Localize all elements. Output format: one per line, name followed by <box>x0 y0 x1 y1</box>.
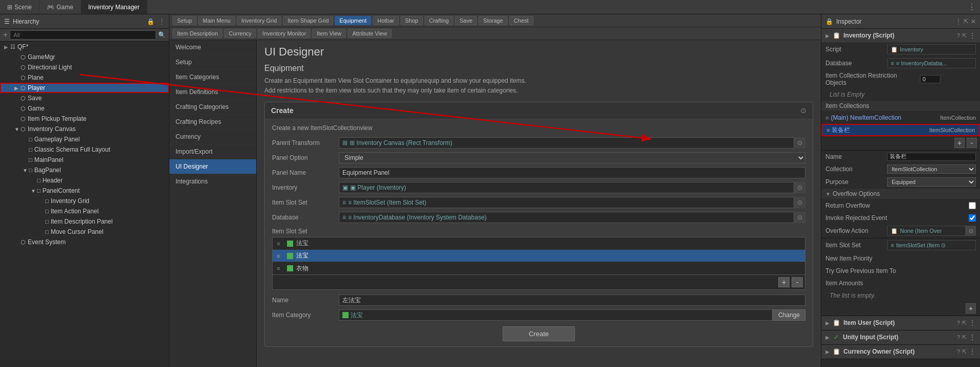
category-field[interactable]: 法宝 <box>339 309 773 321</box>
slot-row-1[interactable]: ≡ 法宝 <box>273 237 805 250</box>
unity-input-settings-icon[interactable]: ⇱ <box>962 334 967 341</box>
nav-item-setup[interactable]: Setup <box>169 55 256 70</box>
add-icon[interactable]: + <box>3 30 8 40</box>
hierarchy-dots-icon[interactable]: ⋮ <box>159 18 165 25</box>
insp-name-input[interactable] <box>887 153 976 161</box>
database-insp-field[interactable]: ≡ ≡ InventoryDataba... <box>887 58 976 68</box>
currency-owner-header[interactable]: ▶ 📋 Currency Owner (Script) ? ⇱ ⋮ <box>821 345 980 359</box>
inventory-field[interactable]: ▣ ▣ Player (Inventory) <box>339 182 794 193</box>
name-input[interactable] <box>339 295 805 306</box>
unity-input-checkbox[interactable]: ✓ <box>833 334 840 341</box>
currency-owner-settings-icon[interactable]: ⇱ <box>962 348 967 355</box>
tree-item-panel-content[interactable]: ▼ □ PanelContent <box>0 186 169 196</box>
nav-item-ui-designer[interactable]: UI Designer <box>169 159 256 174</box>
insp-purpose-select[interactable]: Equipped <box>887 177 976 187</box>
nav-item-welcome[interactable]: Welcome <box>169 40 256 55</box>
nav-item-integrations[interactable]: Integrations <box>169 174 256 189</box>
script-help-icon[interactable]: ? <box>957 32 960 39</box>
create-button[interactable]: Create <box>503 326 575 341</box>
unity-input-help-icon[interactable]: ? <box>957 334 960 340</box>
collection-add-button[interactable]: + <box>954 138 965 148</box>
hierarchy-menu-icon[interactable]: ☰ <box>4 18 10 25</box>
tab-currency[interactable]: Currency <box>224 29 256 38</box>
tree-item-directional-light[interactable]: ⬡ Directional Light <box>0 62 169 72</box>
tree-item-item-action-panel[interactable]: □ Item Action Panel <box>0 206 169 216</box>
tree-item-bag-panel[interactable]: ▼ □ BagPanel <box>0 165 169 175</box>
currency-owner-help-icon[interactable]: ? <box>957 348 960 355</box>
database-target-icon[interactable]: ⊙ <box>794 212 805 223</box>
item-amounts-add-button[interactable]: + <box>966 303 976 314</box>
tab-inventory-grid[interactable]: Inventory Grid <box>237 16 281 25</box>
insp-collection-select[interactable]: ItemSlotCollection <box>887 164 976 174</box>
tree-item-gamemgr[interactable]: ⬡ GameMgr <box>0 52 169 62</box>
collection-remove-button[interactable]: - <box>967 138 977 148</box>
tab-shop[interactable]: Shop <box>400 16 423 25</box>
item-user-header[interactable]: ▶ 📋 Item User (Script) ? ⇱ ⋮ <box>821 316 980 330</box>
change-button[interactable]: Change <box>773 309 805 321</box>
game-tab[interactable]: 🎮 Game <box>40 0 81 14</box>
invoke-rejected-checkbox[interactable] <box>969 214 976 222</box>
close-icon[interactable]: ⊙ <box>800 106 806 115</box>
lock-icon[interactable]: 🔒 <box>147 18 155 25</box>
inventory-manager-tab[interactable]: Inventory Manager <box>81 0 147 14</box>
inspector-close-icon[interactable]: ✕ <box>971 18 976 25</box>
database-field[interactable]: ≡ ≡ InventoryDatabase (Inventory System … <box>339 212 794 223</box>
script-field[interactable]: 📋 Inventory <box>887 44 976 54</box>
item-user-help-icon[interactable]: ? <box>957 320 960 326</box>
parent-transform-field[interactable]: ⊞ ⊞ Inventory Canvas (Rect Transform) <box>339 137 794 149</box>
tab-main-menu[interactable]: Main Menu <box>198 16 235 25</box>
tree-item-item-description-panel[interactable]: □ Item Description Panel <box>0 216 169 227</box>
overflow-options-header[interactable]: ▼ Overflow Options <box>821 189 980 199</box>
unity-input-menu-icon[interactable]: ⋮ <box>969 333 976 341</box>
collection-item-2[interactable]: ≡ 装备栏 ItemSlotCollection <box>821 124 980 136</box>
currency-owner-menu-icon[interactable]: ⋮ <box>969 347 976 356</box>
tree-item-game[interactable]: ⬡ Game <box>0 103 169 114</box>
nav-item-item-definitions[interactable]: Item Definitions <box>169 85 256 100</box>
restriction-count-input[interactable] <box>920 75 940 83</box>
nav-item-currency[interactable]: Currency <box>169 130 256 144</box>
tree-item-qf[interactable]: ▶ ☷ QF* <box>0 42 169 52</box>
tab-setup[interactable]: Setup <box>172 16 197 25</box>
inventory-target-icon[interactable]: ⊙ <box>794 182 805 193</box>
slot-row-3[interactable]: ≡ 衣物 <box>273 262 805 274</box>
parent-target-icon[interactable]: ⊙ <box>794 137 805 149</box>
item-user-settings-icon[interactable]: ⇱ <box>962 320 967 326</box>
nav-item-crafting-categories[interactable]: Crafting Categories <box>169 100 256 115</box>
tab-chest[interactable]: Chest <box>509 16 533 25</box>
inspector-lock-icon[interactable]: 🔒 <box>825 18 833 25</box>
tree-item-player[interactable]: ▶ ⬡ Player <box>0 83 169 93</box>
tab-item-view[interactable]: Item View <box>312 29 346 38</box>
unity-input-header[interactable]: ▶ ✓ Unity Input (Script) ? ⇱ ⋮ <box>821 331 980 344</box>
tab-save[interactable]: Save <box>455 16 477 25</box>
tab-equipment[interactable]: Equipment <box>335 16 371 25</box>
script-settings-icon[interactable]: ⇱ <box>962 32 967 39</box>
tree-item-classic-schema[interactable]: □ Classic Schema Full Layout <box>0 144 169 155</box>
return-overflow-checkbox[interactable] <box>969 202 976 209</box>
tab-storage[interactable]: Storage <box>478 16 508 25</box>
nav-item-crafting-recipes[interactable]: Crafting Recipes <box>169 115 256 130</box>
tree-item-move-cursor-panel[interactable]: □ Move Cursor Panel <box>0 227 169 237</box>
search-icon[interactable]: 🔍 <box>158 31 166 39</box>
insp-item-slot-set-field[interactable]: ≡ ItemSlotSet (Item ⊙ <box>887 240 976 250</box>
tab-hotbar[interactable]: Hotbar <box>373 16 399 25</box>
tree-item-event-system[interactable]: ⬡ Event System <box>0 237 169 247</box>
item-user-menu-icon[interactable]: ⋮ <box>969 319 976 327</box>
panel-option-select[interactable]: Simple <box>339 152 805 163</box>
search-input[interactable] <box>10 30 156 40</box>
tree-item-inventory-grid[interactable]: □ Inventory Grid <box>0 196 169 206</box>
script-component-header[interactable]: ▶ 📋 Inventory (Script) ? ⇱ ⋮ <box>821 29 980 43</box>
menu-dots-icon[interactable]: ⋮ <box>968 2 976 12</box>
panel-name-input[interactable] <box>339 167 805 178</box>
slot-row-2[interactable]: ≡ 法宝 <box>273 250 805 262</box>
tree-item-main-panel[interactable]: □ MainPanel <box>0 155 169 165</box>
item-slot-set-field[interactable]: ≡ ≡ ItemSlotSet (Item Slot Set) <box>339 197 794 208</box>
tab-attribute-view[interactable]: Attribute View <box>348 29 392 38</box>
tab-item-shape-grid[interactable]: Item Shape Grid <box>283 16 333 25</box>
tab-item-description[interactable]: Item Description <box>172 29 222 38</box>
tree-item-header[interactable]: □ Header <box>0 175 169 186</box>
nav-item-import-export[interactable]: Import/Export <box>169 144 256 159</box>
scene-tab[interactable]: ⊞ Scene <box>0 0 40 14</box>
item-slot-set-target-icon[interactable]: ⊙ <box>794 197 805 208</box>
tree-item-save[interactable]: ⬡ Save <box>0 93 169 103</box>
slot-add-button[interactable]: + <box>778 277 790 287</box>
